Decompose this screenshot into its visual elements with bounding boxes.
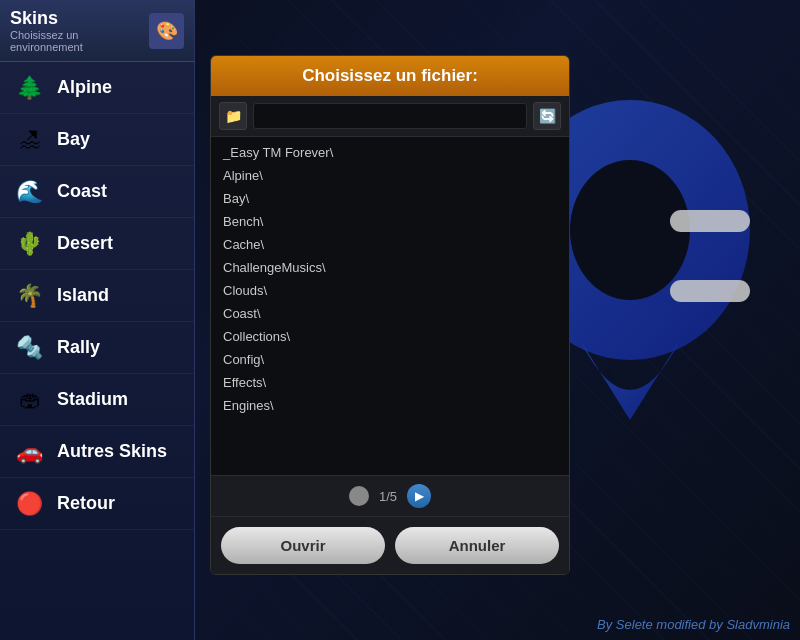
list-item[interactable]: Bay\ bbox=[211, 187, 569, 210]
cancel-button[interactable]: Annuler bbox=[395, 527, 559, 564]
coast-label: Coast bbox=[57, 181, 107, 202]
list-item[interactable]: Bench\ bbox=[211, 210, 569, 233]
desert-icon: 🌵 bbox=[12, 226, 47, 261]
alpine-icon: 🌲 bbox=[12, 70, 47, 105]
sidebar-items-container: 🌲 Alpine 🏖 Bay 🌊 Coast 🌵 Desert 🌴 Island… bbox=[0, 62, 194, 530]
sidebar-item-stadium[interactable]: 🏟 Stadium bbox=[0, 374, 194, 426]
retour-label: Retour bbox=[57, 493, 115, 514]
folder-up-button[interactable]: 📁 bbox=[219, 102, 247, 130]
file-list: _Easy TM Forever\Alpine\Bay\Bench\Cache\… bbox=[211, 137, 569, 475]
path-display bbox=[253, 103, 527, 129]
dialog-title: Choisissez un fichier: bbox=[211, 56, 569, 96]
dialog-toolbar: 📁 🔄 bbox=[211, 96, 569, 137]
rally-label: Rally bbox=[57, 337, 100, 358]
desert-label: Desert bbox=[57, 233, 113, 254]
svg-rect-2 bbox=[670, 210, 750, 232]
sidebar-item-desert[interactable]: 🌵 Desert bbox=[0, 218, 194, 270]
page-next-button[interactable]: ▶ bbox=[407, 484, 431, 508]
credit-text: By Selete modified by Sladvminia bbox=[597, 617, 790, 632]
stadium-label: Stadium bbox=[57, 389, 128, 410]
list-item[interactable]: _Easy TM Forever\ bbox=[211, 141, 569, 164]
sidebar-item-retour[interactable]: 🔴 Retour bbox=[0, 478, 194, 530]
sidebar-title: Skins bbox=[10, 8, 149, 29]
list-item[interactable]: Config\ bbox=[211, 348, 569, 371]
sidebar-item-island[interactable]: 🌴 Island bbox=[0, 270, 194, 322]
stadium-icon: 🏟 bbox=[12, 382, 47, 417]
file-dialog: Choisissez un fichier: 📁 🔄 _Easy TM Fore… bbox=[210, 55, 570, 575]
open-button[interactable]: Ouvrir bbox=[221, 527, 385, 564]
sidebar: Skins Choisissez un environnement 🎨 🌲 Al… bbox=[0, 0, 195, 640]
sidebar-subtitle: Choisissez un environnement bbox=[10, 29, 149, 53]
refresh-button[interactable]: 🔄 bbox=[533, 102, 561, 130]
list-item[interactable]: Clouds\ bbox=[211, 279, 569, 302]
sidebar-item-alpine[interactable]: 🌲 Alpine bbox=[0, 62, 194, 114]
svg-rect-3 bbox=[670, 280, 750, 302]
island-label: Island bbox=[57, 285, 109, 306]
page-info: 1/5 bbox=[379, 489, 397, 504]
alpine-label: Alpine bbox=[57, 77, 112, 98]
svg-point-1 bbox=[570, 160, 690, 300]
bay-icon: 🏖 bbox=[12, 122, 47, 157]
autres-icon: 🚗 bbox=[12, 434, 47, 469]
list-item[interactable]: Engines\ bbox=[211, 394, 569, 417]
island-icon: 🌴 bbox=[12, 278, 47, 313]
list-item[interactable]: Alpine\ bbox=[211, 164, 569, 187]
coast-icon: 🌊 bbox=[12, 174, 47, 209]
skins-icon: 🎨 bbox=[149, 13, 184, 49]
retour-icon: 🔴 bbox=[12, 486, 47, 521]
sidebar-header: Skins Choisissez un environnement 🎨 bbox=[0, 0, 194, 62]
autres-label: Autres Skins bbox=[57, 441, 167, 462]
page-dot-1[interactable] bbox=[349, 486, 369, 506]
rally-icon: 🔩 bbox=[12, 330, 47, 365]
bay-label: Bay bbox=[57, 129, 90, 150]
list-item[interactable]: Cache\ bbox=[211, 233, 569, 256]
sidebar-item-coast[interactable]: 🌊 Coast bbox=[0, 166, 194, 218]
list-item[interactable]: Effects\ bbox=[211, 371, 569, 394]
list-item[interactable]: ChallengeMusics\ bbox=[211, 256, 569, 279]
sidebar-item-autres[interactable]: 🚗 Autres Skins bbox=[0, 426, 194, 478]
pagination: 1/5 ▶ bbox=[211, 475, 569, 516]
dialog-actions: Ouvrir Annuler bbox=[211, 516, 569, 574]
sidebar-item-bay[interactable]: 🏖 Bay bbox=[0, 114, 194, 166]
dialog-box: Choisissez un fichier: 📁 🔄 _Easy TM Fore… bbox=[210, 55, 570, 575]
list-item[interactable]: Coast\ bbox=[211, 302, 569, 325]
sidebar-item-rally[interactable]: 🔩 Rally bbox=[0, 322, 194, 374]
list-item[interactable]: Collections\ bbox=[211, 325, 569, 348]
